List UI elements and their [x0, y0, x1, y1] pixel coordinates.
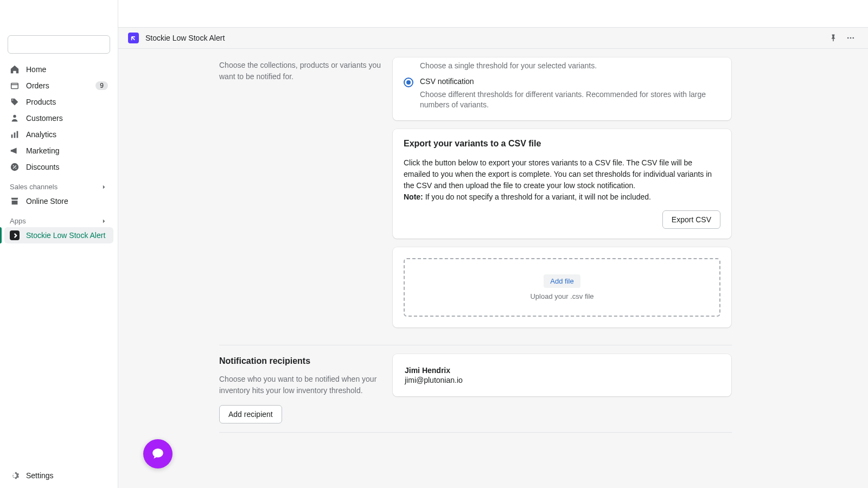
- section-divider: [219, 345, 732, 345]
- pin-button[interactable]: [826, 30, 841, 46]
- apps-nav: Stockie Low Stock Alert: [0, 227, 118, 243]
- option2-desc: Choose different thresholds for differen…: [420, 89, 720, 111]
- sidebar-item-label: Products: [26, 98, 56, 106]
- radio-selected-icon: [404, 78, 413, 87]
- svg-rect-4: [17, 131, 18, 138]
- sidebar-item-customers[interactable]: Customers: [4, 110, 113, 126]
- radio-csv-notification[interactable]: CSV notification: [404, 77, 720, 87]
- sidebar-item-settings[interactable]: Settings: [4, 467, 113, 484]
- radio-label: CSV notification: [420, 77, 474, 87]
- svg-point-7: [15, 168, 16, 169]
- main-content: Stockie Low Stock Alert Choose the colle…: [118, 0, 868, 488]
- svg-rect-0: [11, 84, 18, 89]
- content-scroll: Choose the collections, products or vari…: [118, 49, 868, 488]
- discounts-icon: [10, 162, 20, 172]
- svg-point-10: [852, 37, 854, 39]
- analytics-icon: [10, 130, 20, 139]
- sidebar-item-label: Orders: [26, 81, 49, 90]
- svg-point-6: [13, 165, 14, 166]
- add-recipient-button[interactable]: Add recipient: [219, 405, 282, 423]
- section-label: Apps: [10, 217, 26, 225]
- chat-widget-button[interactable]: [143, 439, 173, 468]
- export-heading: Export your variants to a CSV file: [404, 139, 720, 149]
- file-dropzone[interactable]: Add file Upload your .csv file: [404, 258, 720, 317]
- export-csv-button[interactable]: Export CSV: [662, 210, 720, 229]
- sidebar-item-label: Settings: [26, 471, 54, 480]
- svg-point-1: [13, 115, 16, 118]
- marketing-icon: [10, 146, 20, 156]
- recipient-email: jimi@plutonian.io: [405, 376, 719, 384]
- sales-channels-nav: Online Store: [0, 193, 118, 209]
- sidebar-item-discounts[interactable]: Discounts: [4, 159, 113, 175]
- apps-header[interactable]: Apps: [0, 209, 118, 227]
- add-file-button[interactable]: Add file: [544, 274, 580, 288]
- sidebar-item-stockie-app[interactable]: Stockie Low Stock Alert: [4, 227, 113, 243]
- sidebar-item-label: Stockie Low Stock Alert: [26, 231, 105, 240]
- app-header: Stockie Low Stock Alert: [118, 28, 868, 49]
- products-section-desc: Choose the collections, products or vari…: [219, 60, 382, 82]
- sidebar-item-online-store[interactable]: Online Store: [4, 193, 113, 209]
- sidebar-item-analytics[interactable]: Analytics: [4, 126, 113, 143]
- export-csv-card: Export your variants to a CSV file Click…: [393, 129, 731, 239]
- upload-csv-card: Add file Upload your .csv file: [393, 247, 731, 328]
- sidebar-item-label: Home: [26, 65, 46, 74]
- recipient-card: Jimi Hendrix jimi@plutonian.io: [393, 354, 731, 396]
- home-icon: [10, 65, 20, 74]
- search-input[interactable]: [8, 35, 110, 54]
- chevron-right-icon: [100, 183, 108, 191]
- recipients-title: Notification recipients: [219, 356, 382, 366]
- sidebar-item-label: Analytics: [26, 130, 56, 139]
- section-label: Sales channels: [10, 183, 58, 191]
- chat-icon: [151, 447, 165, 461]
- section-divider: [219, 432, 732, 433]
- more-button[interactable]: [843, 30, 858, 46]
- svg-point-9: [850, 37, 852, 39]
- sidebar-item-marketing[interactable]: Marketing: [4, 143, 113, 159]
- app-icon: [10, 230, 20, 240]
- products-icon: [10, 97, 20, 107]
- recipient-name: Jimi Hendrix: [405, 366, 719, 375]
- store-icon: [10, 196, 20, 206]
- sidebar: Home Orders 9 Products Customers Analyti…: [0, 0, 118, 488]
- pin-icon: [829, 34, 838, 42]
- svg-point-8: [847, 37, 849, 39]
- sidebar-item-label: Discounts: [26, 163, 59, 171]
- option1-desc: Choose a single threshold for your selec…: [420, 61, 720, 72]
- notification-type-card: Choose a single threshold for your selec…: [393, 57, 731, 120]
- chevron-right-icon: [100, 217, 108, 225]
- sidebar-item-label: Customers: [26, 114, 63, 123]
- sidebar-item-home[interactable]: Home: [4, 61, 113, 78]
- orders-badge: 9: [95, 81, 108, 90]
- orders-icon: [10, 81, 20, 91]
- sidebar-item-label: Marketing: [26, 146, 59, 155]
- app-title: Stockie Low Stock Alert: [145, 34, 225, 42]
- sidebar-item-orders[interactable]: Orders 9: [4, 78, 113, 94]
- customers-icon: [10, 113, 20, 123]
- sidebar-item-products[interactable]: Products: [4, 94, 113, 110]
- gear-icon: [10, 471, 20, 480]
- more-icon: [846, 34, 855, 42]
- dropzone-hint: Upload your .csv file: [530, 292, 593, 300]
- export-text: Click the button below to export your st…: [404, 157, 720, 203]
- sales-channels-header[interactable]: Sales channels: [0, 175, 118, 193]
- sidebar-item-label: Online Store: [26, 197, 68, 206]
- app-logo-icon: [128, 33, 139, 43]
- svg-rect-2: [11, 134, 13, 138]
- recipients-desc: Choose who you want to be notified when …: [219, 374, 382, 396]
- svg-rect-3: [14, 132, 16, 138]
- main-nav: Home Orders 9 Products Customers Analyti…: [0, 61, 118, 175]
